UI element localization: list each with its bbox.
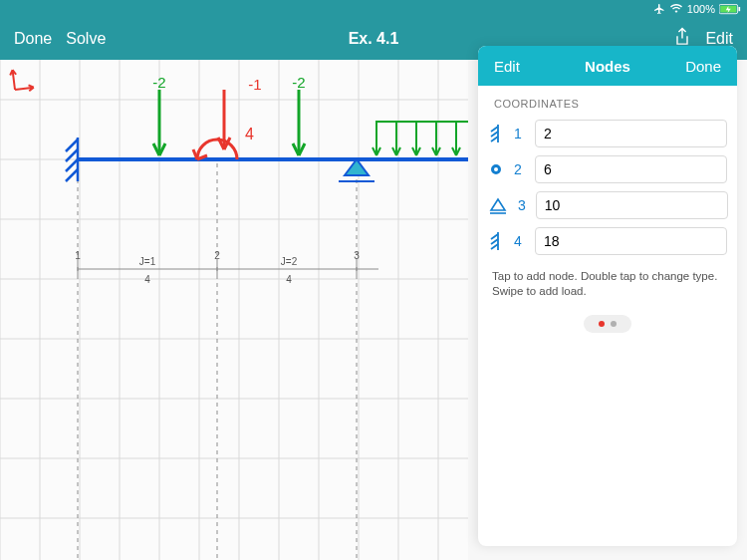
svg-line-54 [491,127,498,132]
node-id: 2 [514,161,525,177]
point-node-icon [488,159,504,179]
done-button[interactable]: Done [14,30,52,48]
node-row-1: 1 [478,116,737,151]
svg-line-55 [491,132,498,137]
panel-done-button[interactable]: Done [685,58,721,75]
load-label-2: -1 [248,76,261,93]
svg-line-62 [491,234,498,239]
grid [0,60,468,560]
page-indicator[interactable] [584,315,631,333]
node-x-input-3[interactable] [536,191,728,219]
node-x-input-2[interactable] [535,155,727,183]
svg-text:4: 4 [286,274,292,285]
panel-edit-button[interactable]: Edit [494,58,520,75]
node-id: 4 [514,233,525,249]
coordinates-label: COORDINATES [478,86,737,116]
svg-text:J=2: J=2 [281,256,298,267]
joint-bar: 1 2 3 J=1 J=2 4 4 [75,250,378,285]
pin-support [339,159,374,181]
beam-canvas[interactable]: -2 -1 -2 4 [0,60,468,560]
node-x-input-1[interactable] [535,120,727,147]
node-row-2: 2 [478,151,737,187]
wifi-icon [669,3,683,15]
svg-line-64 [491,244,498,249]
load-label-1: -2 [152,74,165,91]
svg-text:2: 2 [214,250,220,261]
moment-label: 4 [245,126,254,142]
fixed-support-icon [488,124,504,143]
svg-point-59 [494,167,498,171]
svg-text:3: 3 [354,250,360,261]
pin-support-icon [488,195,508,215]
svg-text:1: 1 [75,250,81,261]
solve-button[interactable]: Solve [66,30,106,48]
nodes-panel: Edit Nodes Done COORDINATES 1 2 3 4 Tap … [478,46,737,546]
node-id: 1 [514,126,525,141]
fixed-support-icon [488,231,504,251]
axis-icon [10,68,35,94]
node-id: 3 [518,197,526,213]
svg-text:J=1: J=1 [139,256,156,267]
svg-text:4: 4 [144,274,150,285]
svg-rect-2 [738,6,740,10]
page-dot [611,321,617,327]
node-row-4: 4 [478,223,737,259]
page-dot-active [599,321,605,327]
panel-header: Edit Nodes Done [478,46,737,86]
distributed-load [373,122,468,155]
node-x-input-4[interactable] [535,227,727,255]
svg-line-56 [491,137,498,141]
moment-icon [193,140,237,159]
airplane-icon [653,3,665,15]
svg-line-63 [491,239,498,244]
node-row-3: 3 [478,187,737,223]
battery-icon [719,4,741,15]
load-label-3: -2 [292,74,305,91]
panel-help-text: Tap to add node. Double tap to change ty… [478,259,737,309]
battery-percent: 100% [687,3,715,15]
status-bar: 100% [0,0,747,18]
